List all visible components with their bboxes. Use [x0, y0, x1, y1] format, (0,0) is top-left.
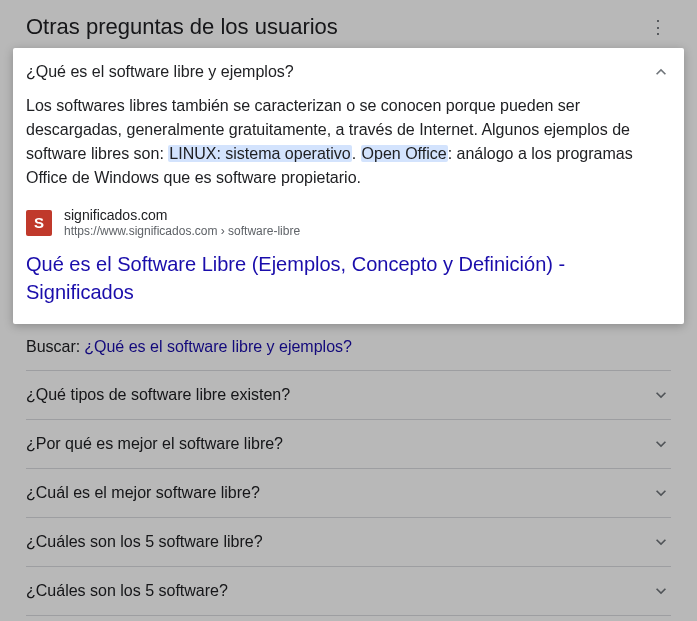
paa-item: ¿Por qué es mejor el software libre? — [26, 420, 671, 469]
paa-item: ¿Cuáles son los 5 software? — [26, 567, 671, 616]
answer-highlight-2: Open Office — [361, 145, 448, 162]
source-favicon: S — [26, 210, 52, 236]
paa-question-row[interactable]: ¿Cuál es el mejor software libre? — [26, 469, 671, 517]
paa-question-row[interactable]: ¿Cuáles son los 5 software? — [26, 567, 671, 615]
chevron-down-icon — [651, 532, 671, 552]
paa-answer-text: Los softwares libres también se caracter… — [26, 94, 671, 190]
source-row[interactable]: S significados.com https://www.significa… — [26, 206, 671, 240]
paa-question-text: ¿Qué tipos de software libre existen? — [26, 386, 651, 404]
chevron-down-icon — [651, 581, 671, 601]
chevron-down-icon — [651, 385, 671, 405]
result-title-link[interactable]: Qué es el Software Libre (Ejemplos, Conc… — [26, 250, 671, 306]
source-info: significados.com https://www.significado… — [64, 206, 300, 240]
paa-question-row[interactable]: ¿Por qué es mejor el software libre? — [26, 420, 671, 468]
paa-item: ¿Cuáles son los 5 software libre? — [26, 518, 671, 567]
answer-highlight-1: LINUX: sistema operativo — [168, 145, 351, 162]
answer-mid: . — [352, 145, 361, 162]
search-for-row: Buscar: ¿Qué es el software libre y ejem… — [26, 324, 671, 371]
paa-question-text: ¿Cuál es el mejor software libre? — [26, 484, 651, 502]
paa-question-row[interactable]: ¿Cuáles son los 5 software libre? — [26, 518, 671, 566]
section-title: Otras preguntas de los usuarios — [26, 14, 338, 40]
source-url: https://www.significados.com › software-… — [64, 224, 300, 240]
paa-question-text: ¿Por qué es mejor el software libre? — [26, 435, 651, 453]
paa-question-text: ¿Qué es el software libre y ejemplos? — [26, 63, 651, 81]
more-options-icon[interactable]: ⋮ — [645, 12, 671, 42]
chevron-down-icon — [651, 434, 671, 454]
chevron-up-icon — [651, 62, 671, 82]
paa-question-text: ¿Cuáles son los 5 software libre? — [26, 533, 651, 551]
source-domain: significados.com — [64, 206, 300, 224]
paa-item: ¿Cuál es el mejor software libre? — [26, 469, 671, 518]
paa-question-text: ¿Cuáles son los 5 software? — [26, 582, 651, 600]
search-for-link[interactable]: ¿Qué es el software libre y ejemplos? — [84, 338, 352, 356]
paa-expanded-card: ¿Qué es el software libre y ejemplos? Lo… — [13, 48, 684, 324]
search-for-label: Buscar: — [26, 338, 80, 356]
chevron-down-icon — [651, 483, 671, 503]
paa-question-row[interactable]: ¿Qué tipos de software libre existen? — [26, 371, 671, 419]
paa-item: ¿Qué tipos de software libre existen? — [26, 371, 671, 420]
paa-question-row-expanded[interactable]: ¿Qué es el software libre y ejemplos? — [26, 62, 671, 94]
